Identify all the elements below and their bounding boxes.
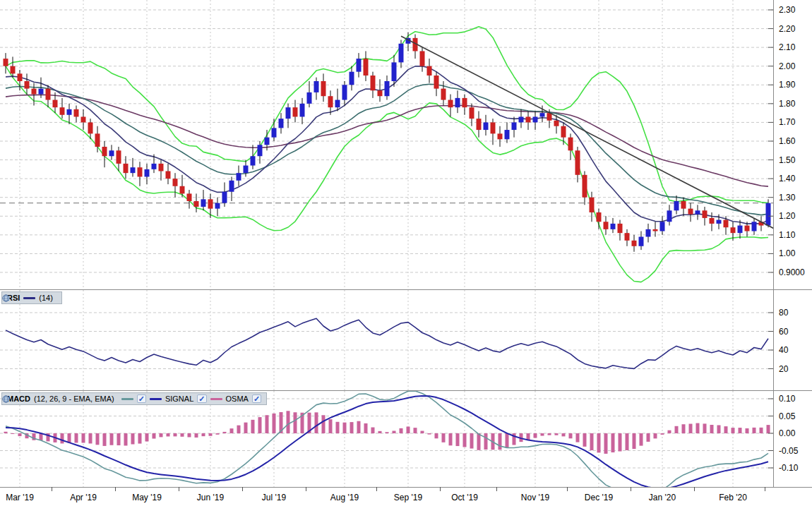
rsi-legend-chip[interactable]: RSI (14) <box>1 291 62 304</box>
rsi-axis: 80604020 <box>773 290 812 390</box>
axis-tick-label: 60 <box>779 327 788 337</box>
axis-tick-label: 1.80 <box>779 99 795 109</box>
time-tick <box>765 487 765 491</box>
time-tick <box>376 487 377 491</box>
month-label: Feb '20 <box>708 493 758 502</box>
month-label: May '19 <box>122 493 172 502</box>
time-tick <box>179 487 179 491</box>
axis-tick-label: 1.30 <box>779 193 795 203</box>
axis-tick-label: 0.10 <box>779 394 795 404</box>
axis-tick-label: 2.20 <box>779 24 795 34</box>
signal-visible-checkbox[interactable]: ✓ <box>197 394 206 403</box>
axis-tick-label: 2.30 <box>779 5 795 15</box>
osma-swatch <box>210 398 222 400</box>
month-label: Dec '19 <box>574 493 623 502</box>
time-tick <box>631 487 631 491</box>
axis-tick-label: 0.05 <box>779 411 795 421</box>
axis-tick-label: 1.70 <box>779 117 795 127</box>
axis-tick-label: 20 <box>779 364 788 374</box>
rsi-line-swatch <box>23 297 35 299</box>
month-label: Jan '20 <box>638 493 687 502</box>
price-axis: 2.302.202.102.001.901.801.701.601.501.40… <box>773 0 812 289</box>
macd-axis: 0.100.050.00-0.05-0.10 <box>773 391 812 487</box>
axis-tick-label: 1.60 <box>779 136 795 146</box>
chart-workspace: 2.302.202.102.001.901.801.701.601.501.40… <box>0 0 812 506</box>
panel-separator <box>0 289 812 290</box>
macd-label: MACD <box>7 394 30 403</box>
signal-line-swatch <box>150 398 162 400</box>
time-tick <box>306 487 306 491</box>
macd-params: (12, 26, 9 - EMA, EMA) <box>34 394 114 403</box>
osma-visible-checkbox[interactable]: ✓ <box>252 394 261 403</box>
time-tick <box>694 487 695 491</box>
macd-panel <box>0 391 773 487</box>
rsi-params: (14) <box>39 294 53 302</box>
month-label: Jul '19 <box>249 493 299 502</box>
axis-tick-label: 1.40 <box>779 174 795 183</box>
axis-tick-label: -0.05 <box>779 446 798 456</box>
axis-tick-label: 1.50 <box>779 155 795 165</box>
time-tick <box>242 487 243 491</box>
month-label: Jun '19 <box>186 493 235 502</box>
panel-separator <box>0 390 812 391</box>
time-tick <box>496 487 497 491</box>
axis-tick-label: 0.00 <box>779 428 795 438</box>
axis-tick-label: 2.00 <box>779 61 795 71</box>
osma-label: OSMA <box>226 394 249 403</box>
time-tick <box>115 487 116 491</box>
month-label: Aug '19 <box>320 493 369 502</box>
time-tick <box>440 487 441 491</box>
axis-tick-label: 1.20 <box>779 211 795 221</box>
axis-tick-label: 2.10 <box>779 42 795 52</box>
month-label: Nov '19 <box>511 493 560 502</box>
main-price-chart <box>0 0 773 289</box>
month-label: Sep '19 <box>383 493 433 502</box>
axis-tick-label: 1.10 <box>779 230 795 240</box>
panel-separator <box>0 487 812 488</box>
month-label: Apr '19 <box>59 493 108 502</box>
month-label: Mar '19 <box>0 493 44 502</box>
signal-label: SIGNAL <box>165 394 193 403</box>
axis-tick-label: 1.00 <box>779 248 795 258</box>
macd-line-swatch <box>121 398 133 400</box>
axis-tick-label: 40 <box>779 345 788 355</box>
time-tick <box>567 487 568 491</box>
axis-tick-label: 1.90 <box>779 80 795 90</box>
axis-tick-label: 0.9000 <box>779 267 805 277</box>
rsi-panel <box>0 290 773 390</box>
time-tick <box>52 487 52 491</box>
month-label: Oct '19 <box>440 493 489 502</box>
axis-tick-label: 80 <box>779 308 788 318</box>
macd-visible-checkbox[interactable]: ✓ <box>137 394 146 403</box>
macd-legend-chip[interactable]: MACD (12, 26, 9 - EMA, EMA) ✓ SIGNAL ✓ O… <box>1 392 267 405</box>
axis-tick-label: -0.10 <box>779 463 798 473</box>
